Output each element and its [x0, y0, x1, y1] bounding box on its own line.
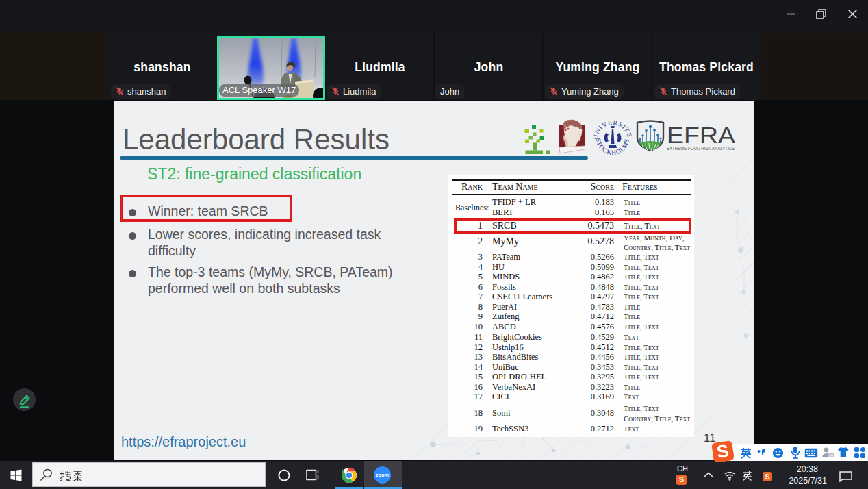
- svg-text:34: 34: [829, 453, 833, 457]
- svg-text:EFRA: EFRA: [667, 122, 735, 148]
- svg-text:EXTREME FOOD RISK ANALYTICS: EXTREME FOOD RISK ANALYTICS: [667, 145, 735, 151]
